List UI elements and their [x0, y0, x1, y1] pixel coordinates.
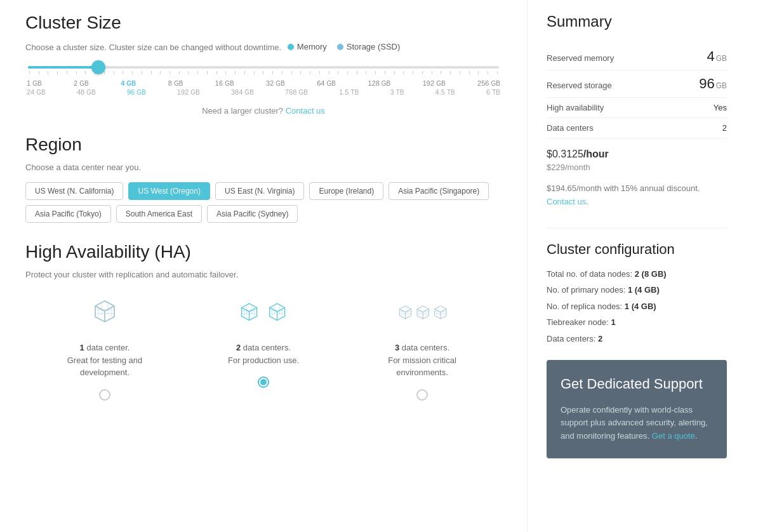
summary-dc-value: 2 — [722, 123, 727, 133]
summary-section: Summary Reserved memory 4GB Reserved sto… — [547, 13, 727, 209]
summary-title: Summary — [547, 13, 727, 30]
contact-us-link-discount[interactable]: Contact us — [547, 197, 586, 206]
get-a-quote-link[interactable]: Get a quote — [652, 431, 695, 441]
summary-row-ha: High availability Yes — [547, 98, 727, 118]
summary-memory-label: Reserved memory — [547, 53, 614, 63]
summary-row-dc: Data centers 2 — [547, 118, 727, 138]
svg-line-32 — [406, 309, 411, 312]
config-primary-nodes: No. of primary nodes: 1 (4 GB) — [547, 284, 727, 296]
region-btn-south-america-east[interactable]: South America East — [116, 205, 202, 223]
cluster-config-title: Cluster configuration — [547, 241, 727, 258]
ha-option-one-dc[interactable]: 1 data center. Great for testing anddeve… — [25, 295, 184, 401]
config-data-centers: Data centers: 2 — [547, 333, 727, 345]
svg-line-2 — [105, 306, 114, 311]
svg-line-51 — [435, 309, 441, 312]
svg-line-1 — [95, 306, 105, 311]
ha-icon-one-dc — [79, 295, 130, 333]
region-btn-asia-pacific-sydney[interactable]: Asia Pacific (Sydney) — [207, 205, 298, 223]
price-monthly: $229/month — [547, 163, 727, 172]
region-btn-asia-pacific-tokyo[interactable]: Asia Pacific (Tokyo) — [25, 205, 111, 223]
slider-track — [28, 66, 499, 69]
ha-title: High Availability (HA) — [25, 242, 502, 262]
ha-radio-one-dc[interactable] — [99, 389, 110, 401]
ha-two-dc-text: 2 data centers. For production use. — [228, 342, 299, 366]
svg-line-31 — [399, 309, 405, 312]
memory-legend-dot — [288, 44, 294, 50]
sidebar: Summary Reserved memory 4GB Reserved sto… — [527, 0, 746, 532]
summary-storage-value: 96GB — [699, 76, 727, 92]
ha-one-dc-text: 1 data center. Great for testing anddeve… — [67, 342, 143, 379]
region-btn-asia-pacific-singapore[interactable]: Asia Pacific (Singapore) — [389, 182, 489, 200]
svg-line-52 — [441, 309, 446, 312]
ha-description: Protect your cluster with replication an… — [25, 270, 502, 279]
high-availability-section: High Availability (HA) Protect your clus… — [25, 242, 502, 401]
ha-radio-three-dc[interactable] — [416, 389, 428, 401]
ha-three-dc-text: 3 data centers. For mission criticalenvi… — [388, 342, 456, 379]
summary-dc-label: Data centers — [547, 123, 594, 133]
config-replica-nodes: No. of replica nodes: 1 (4 GB) — [547, 300, 727, 313]
ha-icon-three-dc — [397, 295, 448, 333]
dedicated-support-title: Get Dedicated Support — [561, 375, 713, 394]
region-options: US West (N. California) US West (Oregon)… — [25, 182, 502, 223]
slider-thumb[interactable] — [91, 60, 105, 74]
price-hourly: $0.3125/hour — [547, 149, 727, 160]
summary-storage-label: Reserved storage — [547, 81, 612, 90]
svg-line-12 — [249, 307, 257, 311]
cluster-size-slider[interactable] — [25, 66, 502, 74]
dedicated-support-desc: Operate confidently with world-class sup… — [561, 404, 713, 443]
cluster-size-title: Cluster Size — [25, 13, 502, 33]
summary-ha-value: Yes — [714, 103, 727, 112]
config-tiebreaker: Tiebreaker node: 1 — [547, 316, 727, 329]
cluster-size-section: Cluster Size Choose a cluster size. Clus… — [25, 13, 502, 116]
summary-row-storage: Reserved storage 96GB — [547, 70, 727, 98]
summary-ha-label: High availability — [547, 103, 604, 112]
memory-legend-label: Memory — [297, 41, 327, 53]
region-section: Region Choose a data center near you. US… — [25, 135, 502, 223]
region-btn-us-west-n-california[interactable]: US West (N. California) — [25, 182, 123, 200]
cluster-size-subtitle: Choose a cluster size. Cluster size can … — [25, 41, 502, 53]
slider-fill — [28, 66, 98, 69]
storage-legend-label: Storage (SSD) — [347, 41, 401, 53]
ha-icon-two-dc — [238, 295, 289, 333]
svg-line-21 — [270, 307, 277, 311]
ha-options-container: 1 data center. Great for testing anddeve… — [25, 295, 502, 401]
svg-line-41 — [417, 309, 423, 312]
pricing-section: $0.3125/hour $229/month $194.65/month wi… — [547, 149, 727, 209]
storage-legend-dot — [337, 44, 343, 50]
dedicated-support-section: Get Dedicated Support Operate confidentl… — [547, 360, 727, 458]
svg-line-22 — [277, 307, 285, 311]
ha-radio-two-dc[interactable] — [258, 376, 269, 388]
cluster-config-section: Cluster configuration Total no. of data … — [547, 228, 727, 345]
contact-us-link-cluster[interactable]: Contact us — [286, 106, 325, 116]
region-title: Region — [25, 135, 502, 155]
summary-memory-value: 4GB — [707, 48, 727, 65]
region-btn-europe-ireland[interactable]: Europe (Ireland) — [309, 182, 383, 200]
summary-row-memory: Reserved memory 4GB — [547, 43, 727, 70]
svg-line-42 — [423, 309, 429, 312]
config-total-nodes: Total no. of data nodes: 2 (8 GB) — [547, 268, 727, 281]
region-description: Choose a data center near you. — [25, 163, 502, 172]
region-btn-us-east-n-virginia[interactable]: US East (N. Virginia) — [215, 182, 304, 200]
svg-line-11 — [242, 307, 249, 311]
price-discount: $194.65/month with 15% annual discount. … — [547, 182, 727, 209]
larger-cluster-text: Need a larger cluster? Contact us — [25, 106, 502, 116]
region-btn-us-west-oregon[interactable]: US West (Oregon) — [128, 182, 209, 200]
ha-option-two-dc[interactable]: 2 data centers. For production use. — [184, 295, 343, 401]
ha-option-three-dc[interactable]: 3 data centers. For mission criticalenvi… — [343, 295, 502, 401]
